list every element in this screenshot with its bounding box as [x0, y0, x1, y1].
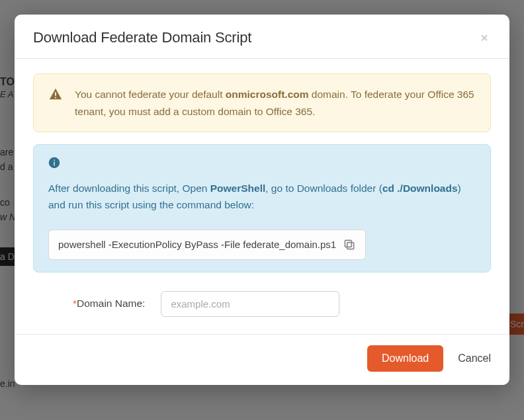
domain-name-row: *Domain Name:	[33, 291, 491, 317]
warning-domain-bold: onmicrosoft.com	[226, 89, 309, 100]
modal-title: Download Federate Domain Script	[33, 29, 251, 46]
domain-name-label: *Domain Name:	[73, 298, 145, 310]
svg-rect-6	[345, 240, 352, 247]
info-mid: , go to Downloads folder (	[265, 183, 382, 194]
modal-footer: Download Cancel	[15, 334, 509, 385]
svg-rect-3	[54, 162, 55, 166]
svg-rect-4	[54, 160, 55, 161]
domain-label-text: Domain Name:	[77, 298, 145, 309]
info-cd-bold: cd ./Downloads	[382, 183, 458, 194]
download-button[interactable]: Download	[367, 345, 443, 372]
modal-body: You cannot federate your default onmicro…	[15, 59, 509, 334]
svg-rect-1	[55, 97, 56, 99]
svg-rect-0	[55, 92, 56, 96]
command-box: powershell -ExecutionPolicy ByPass -File…	[48, 230, 366, 260]
warning-icon	[48, 87, 63, 102]
warning-text: You cannot federate your default onmicro…	[75, 86, 476, 120]
info-text: After downloading this script, Open Powe…	[48, 181, 476, 214]
command-text: powershell -ExecutionPolicy ByPass -File…	[58, 239, 336, 250]
close-icon[interactable]: ×	[478, 30, 491, 46]
warning-prefix: You cannot federate your default	[75, 89, 226, 100]
svg-rect-5	[347, 242, 354, 249]
copy-icon[interactable]	[343, 238, 356, 251]
info-icon	[48, 157, 60, 169]
warning-alert: You cannot federate your default onmicro…	[33, 73, 491, 132]
info-powershell-bold: PowerShell	[210, 183, 266, 194]
info-alert: After downloading this script, Open Powe…	[33, 144, 491, 273]
info-icon-wrap	[48, 157, 60, 171]
domain-name-input[interactable]	[161, 291, 339, 317]
modal-header: Download Federate Domain Script ×	[15, 15, 509, 59]
cancel-button[interactable]: Cancel	[458, 353, 491, 364]
download-script-modal: Download Federate Domain Script × You ca…	[15, 15, 509, 385]
info-prefix: After downloading this script, Open	[48, 183, 210, 194]
